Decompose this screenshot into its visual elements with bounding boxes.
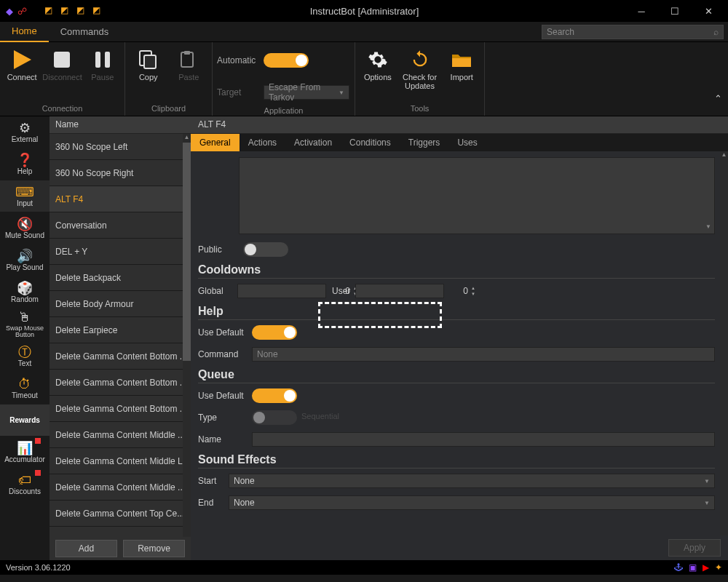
tab-triggers[interactable]: Triggers — [400, 134, 449, 151]
svg-rect-5 — [144, 55, 156, 68]
list-header[interactable]: Name — [50, 116, 191, 134]
tab-home[interactable]: Home — [0, 22, 49, 42]
minimize-button[interactable]: ─ — [625, 0, 658, 22]
start-select[interactable]: None▼ — [229, 474, 715, 488]
ribbon: Connect Disconnect Pause Connection Copy… — [0, 42, 728, 116]
queue-use-default-toggle[interactable] — [252, 388, 297, 403]
scrollbar-thumb[interactable] — [183, 143, 191, 361]
detail-footer: Apply — [191, 535, 728, 560]
help-use-default-toggle[interactable] — [252, 325, 297, 340]
chevron-down-icon[interactable]: ▼ — [704, 223, 713, 232]
remove-button[interactable]: Remove — [123, 540, 185, 557]
options-button[interactable]: Options — [360, 45, 396, 103]
tab-actions[interactable]: Actions — [240, 134, 285, 151]
check-updates-button[interactable]: Check for Updates — [399, 45, 441, 103]
list-item[interactable]: 360 No Scope Right — [50, 160, 191, 186]
type-label: Type — [198, 412, 252, 423]
tab-commands[interactable]: Commands — [49, 22, 120, 42]
list-item[interactable]: Delete Gamma Content Bottom ... — [50, 396, 191, 422]
user-label: User — [326, 286, 355, 296]
sidebar-item-random[interactable]: 🎲Random — [0, 276, 50, 308]
plug-icon: ☍ — [17, 6, 27, 17]
tab-uses[interactable]: Uses — [448, 134, 486, 151]
automatic-toggle[interactable] — [264, 53, 309, 68]
sidebar-item-rewards[interactable]: Rewards — [0, 404, 50, 436]
sfx-section: Sound Effects — [198, 453, 715, 469]
list-item[interactable]: Delete Gamma Content Top Ce... — [50, 501, 191, 527]
sidebar-item-swapmouse[interactable]: 🖱Swap Mouse Button — [0, 308, 50, 340]
notif-icon[interactable]: ◩ — [60, 5, 72, 17]
pause-button[interactable]: Pause — [85, 45, 120, 103]
user-input[interactable] — [356, 286, 471, 296]
sidebar-item-input[interactable]: ⌨Input — [0, 180, 50, 212]
list-scrollbar[interactable]: ▲ — [183, 134, 191, 537]
tab-conditions[interactable]: Conditions — [341, 134, 400, 151]
spin-up-icon[interactable]: ▲ — [471, 285, 475, 291]
sidebar-item-accumulator[interactable]: 📊Accumulator — [0, 436, 50, 469]
list-item[interactable]: DEL + Y — [50, 239, 191, 265]
list-item[interactable]: Delete Earpiece — [50, 317, 191, 343]
mute-icon: 🔇 — [17, 217, 33, 231]
command-select[interactable]: None — [252, 347, 715, 362]
notif-icon[interactable]: ◩ — [76, 5, 88, 17]
spin-down-icon[interactable]: ▼ — [471, 291, 475, 297]
copy-button[interactable]: Copy — [130, 45, 167, 103]
tab-activation[interactable]: Activation — [285, 134, 341, 151]
sidebar-item-external[interactable]: ⚙External — [0, 116, 50, 148]
public-toggle[interactable] — [243, 242, 288, 257]
tray-icons: 🕹 ▣ ▶ ✦ — [674, 562, 722, 573]
name-input[interactable] — [252, 432, 715, 447]
sidebar-item-text[interactable]: ⓉText — [0, 340, 50, 372]
list-item[interactable]: Delete Body Armour — [50, 291, 191, 317]
user-spinner[interactable]: ▲▼ — [355, 284, 444, 298]
search-input[interactable]: Search ⌕ — [542, 25, 724, 39]
window-title: InstructBot [Administrator] — [104, 6, 625, 17]
twitch-icon[interactable]: ▣ — [689, 562, 697, 573]
list-item[interactable]: ALT F4 — [50, 186, 191, 212]
close-button[interactable]: ✕ — [692, 0, 725, 22]
list-item[interactable]: Delete Gamma Content Middle L... — [50, 448, 191, 474]
gear-icon — [366, 48, 389, 71]
window-controls: ─ ☐ ✕ — [625, 0, 725, 22]
maximize-button[interactable]: ☐ — [658, 0, 692, 22]
global-label: Global — [198, 286, 237, 296]
paste-button[interactable]: Paste — [170, 45, 208, 103]
ribbon-group-connection: Connect Disconnect Pause Connection — [0, 42, 125, 116]
list-item[interactable]: Conversation — [50, 212, 191, 239]
detail-scrollbar[interactable]: ▲ — [720, 151, 728, 535]
list-item[interactable]: Delete Gamma Content Bottom ... — [50, 370, 191, 396]
tray-icon[interactable]: ✦ — [715, 562, 722, 573]
list-item[interactable]: Delete Gamma Content Middle ... — [50, 422, 191, 448]
end-select[interactable]: None▼ — [229, 495, 715, 510]
svg-rect-2 — [95, 52, 100, 68]
sidebar-item-help[interactable]: ❓Help — [0, 148, 50, 180]
notif-icon[interactable]: ◩ — [44, 5, 56, 17]
sidebar-item-timeout[interactable]: ⏱Timeout — [0, 372, 50, 404]
target-select[interactable]: Escape From Tarkov▼ — [264, 85, 349, 100]
ribbon-collapse-button[interactable]: ⌃ — [714, 93, 722, 104]
tab-general[interactable]: General — [191, 134, 240, 151]
sidebar-item-discounts[interactable]: 🏷Discounts — [0, 469, 50, 501]
add-button[interactable]: Add — [55, 540, 117, 557]
connect-button[interactable]: Connect — [4, 45, 39, 103]
disconnect-button[interactable]: Disconnect — [42, 45, 82, 103]
youtube-icon[interactable]: ▶ — [703, 562, 709, 573]
type-toggle[interactable]: Sequential — [252, 410, 297, 425]
list-item[interactable]: Delete Backpack — [50, 265, 191, 291]
use-default-label: Use Default — [198, 327, 252, 338]
sidebar-item-mute[interactable]: 🔇Mute Sound — [0, 212, 50, 244]
cursor-icon: ⌨ — [15, 185, 34, 199]
list-item[interactable]: 360 No Scope Left — [50, 134, 191, 160]
sidebar-item-playsound[interactable]: 🔊Play Sound — [0, 244, 50, 276]
notif-icon[interactable]: ◩ — [92, 5, 104, 17]
copy-icon — [137, 48, 160, 71]
svg-rect-3 — [105, 52, 110, 68]
list-item[interactable]: Delete Gamma Content Middle ... — [50, 474, 191, 501]
play-icon — [10, 48, 33, 71]
preview-area[interactable]: ▼ — [239, 157, 715, 234]
global-spinner[interactable]: ▲▼ — [237, 284, 326, 298]
apply-button[interactable]: Apply — [668, 539, 721, 557]
discord-icon[interactable]: 🕹 — [674, 562, 683, 573]
import-button[interactable]: Import — [443, 45, 480, 103]
list-item[interactable]: Delete Gamma Content Bottom ... — [50, 343, 191, 370]
